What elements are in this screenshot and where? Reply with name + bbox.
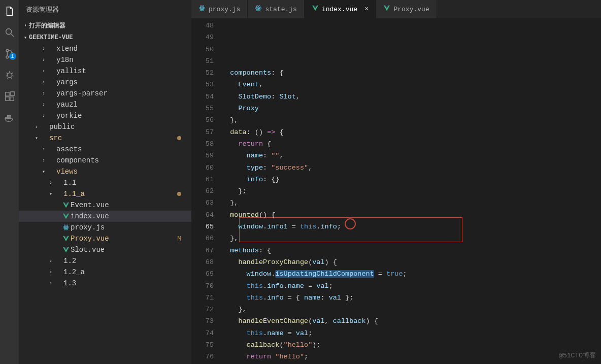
- line-number: 73: [191, 315, 214, 327]
- explorer-icon[interactable]: [4, 5, 16, 17]
- watermark: @51CTO博客: [559, 351, 596, 360]
- vue-file-icon: [61, 235, 71, 242]
- activity-bar: 1: [0, 0, 19, 364]
- code-line: return "hello";: [222, 351, 601, 362]
- svg-point-0: [6, 29, 11, 35]
- js-file-icon: [198, 5, 206, 14]
- editor-tab[interactable]: index.vue×: [305, 0, 377, 18]
- code-line: window.info1 = this.info;: [222, 221, 601, 233]
- file-item[interactable]: index.vue: [19, 211, 191, 222]
- chevron-icon: ›: [40, 147, 47, 152]
- folder-item[interactable]: ›1.2_a: [19, 267, 191, 278]
- code-line: this.info.name = val;: [222, 280, 601, 292]
- code-line: };: [222, 185, 601, 197]
- tree-item-label: public: [49, 123, 75, 131]
- folder-item[interactable]: ›1.1: [19, 177, 191, 188]
- chevron-icon: ›: [40, 46, 47, 52]
- folder-item[interactable]: ›public: [19, 121, 191, 133]
- tab-label: proxy.js: [209, 6, 240, 13]
- chevron-icon: ›: [40, 91, 47, 96]
- line-number: 69: [191, 268, 214, 280]
- source-control-icon[interactable]: 1: [4, 48, 16, 60]
- editor-tab[interactable]: state.js: [248, 0, 304, 18]
- tree-item-label: 1.2_a: [63, 268, 85, 276]
- docker-icon[interactable]: [4, 112, 16, 124]
- svg-rect-14: [5, 97, 9, 101]
- debug-icon[interactable]: [4, 69, 16, 81]
- file-item[interactable]: proxy.js: [19, 222, 191, 233]
- line-number: 50: [191, 44, 214, 55]
- line-number: 58: [191, 138, 214, 150]
- folder-item[interactable]: ›yallist: [19, 65, 191, 77]
- svg-line-7: [6, 73, 8, 74]
- code-line: Event,: [222, 79, 601, 90]
- line-number: 57: [191, 126, 214, 138]
- line-number: 59: [191, 150, 214, 161]
- tree-item-label: yauzl: [56, 101, 78, 109]
- code-line: this.info = { name: val };: [222, 292, 601, 304]
- line-number: 70: [191, 280, 214, 292]
- line-number: 74: [191, 327, 214, 339]
- line-number: 65: [191, 221, 214, 233]
- svg-line-10: [12, 76, 13, 76]
- tab-label: state.js: [265, 6, 296, 13]
- chevron-down-icon: ▾: [24, 35, 27, 41]
- svg-line-9: [6, 76, 7, 76]
- folder-item[interactable]: ▾views: [19, 166, 191, 177]
- folder-item[interactable]: ›assets: [19, 144, 191, 155]
- sidebar-title: 资源管理器: [19, 0, 191, 19]
- line-number: 61: [191, 174, 214, 185]
- chevron-icon: ›: [47, 180, 54, 186]
- folder-item[interactable]: ›yorkie: [19, 110, 191, 121]
- folder-item[interactable]: ›y18n: [19, 54, 191, 65]
- close-icon[interactable]: ×: [364, 5, 369, 13]
- code-line: methods: {: [222, 245, 601, 256]
- folder-item[interactable]: ›1.3: [19, 278, 191, 289]
- file-item[interactable]: Proxy.vueM: [19, 233, 191, 244]
- code-area: 4849505152535455565758596061626364656667…: [191, 18, 601, 364]
- folder-item[interactable]: ▾1.1_a: [19, 188, 191, 200]
- search-icon[interactable]: [4, 26, 16, 39]
- folder-item[interactable]: ›yauzl: [19, 99, 191, 110]
- code-line: Proxy: [222, 103, 601, 114]
- line-number: 62: [191, 185, 214, 197]
- line-number: 64: [191, 209, 214, 221]
- code-line: mounted() {: [222, 209, 601, 221]
- project-header[interactable]: ▾ GEEKTIME-VUE: [19, 32, 191, 43]
- code-line: },: [222, 197, 601, 209]
- folder-item[interactable]: ›xtend: [19, 43, 191, 54]
- folder-item[interactable]: ›components: [19, 155, 191, 166]
- code-content[interactable]: components: { Event, SlotDemo: Slot, Pro…: [222, 18, 601, 364]
- folder-item[interactable]: ›1.2: [19, 255, 191, 267]
- line-number: 55: [191, 103, 214, 114]
- tree-item-label: xtend: [56, 45, 78, 53]
- svg-point-5: [7, 73, 12, 77]
- svg-rect-16: [10, 92, 14, 95]
- code-line: info: {}: [222, 174, 601, 185]
- code-line: name: "",: [222, 150, 601, 161]
- code-line: SlotDemo: Slot,: [222, 91, 601, 103]
- file-item[interactable]: Event.vue: [19, 200, 191, 211]
- line-gutter: 4849505152535455565758596061626364656667…: [191, 18, 222, 364]
- folder-item[interactable]: ▾src: [19, 133, 191, 144]
- chevron-icon: ▾: [40, 169, 47, 175]
- code-line: this.name = val;: [222, 327, 601, 339]
- tree-item-label: views: [56, 168, 78, 176]
- extensions-icon[interactable]: [4, 90, 16, 103]
- chevron-right-icon: ›: [24, 23, 27, 28]
- line-number: 53: [191, 79, 214, 90]
- editor-tab[interactable]: proxy.js: [191, 0, 248, 18]
- js-file-icon: [255, 5, 262, 14]
- line-number: 52: [191, 67, 214, 79]
- editor-tab[interactable]: Proxy.vue: [376, 0, 437, 18]
- app-root: 1 资源管理器 › 打开的编辑器 ▾ GEEKTIME-VUE ›xtend›y…: [0, 0, 601, 364]
- tree-item-label: 1.3: [63, 279, 76, 287]
- tree-item-label: assets: [56, 145, 82, 153]
- open-editors-header[interactable]: › 打开的编辑器: [19, 19, 191, 32]
- folder-item[interactable]: ›yargs: [19, 77, 191, 88]
- vue-file-icon: [61, 213, 71, 220]
- file-item[interactable]: Slot.vue: [19, 244, 191, 255]
- modified-dot-icon: [177, 192, 181, 196]
- chevron-icon: ›: [47, 258, 54, 264]
- folder-item[interactable]: ›yargs-parser: [19, 88, 191, 99]
